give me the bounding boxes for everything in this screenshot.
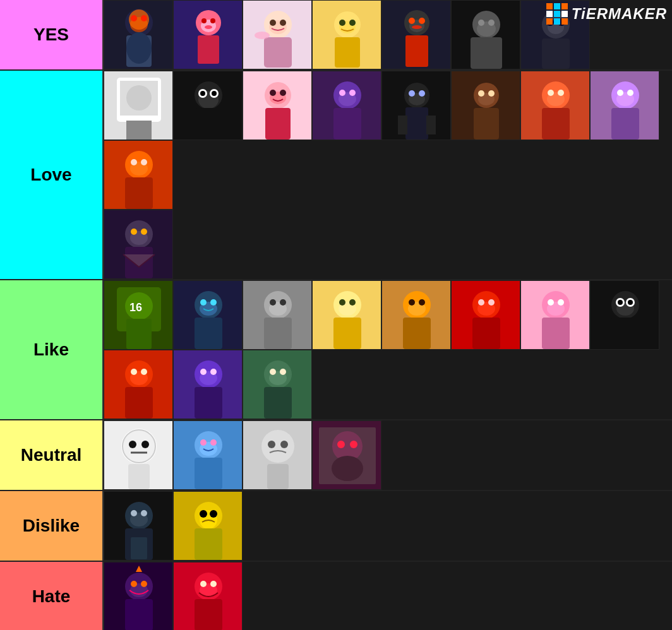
list-item[interactable]: [104, 562, 173, 630]
svg-point-150: [558, 299, 564, 306]
svg-text:16: 16: [129, 301, 142, 314]
list-item[interactable]: [104, 350, 173, 419]
list-item[interactable]: [520, 71, 590, 140]
svg-point-157: [618, 300, 623, 305]
svg-rect-38: [471, 37, 502, 69]
list-item[interactable]: [381, 280, 451, 350]
svg-rect-89: [542, 108, 570, 140]
svg-rect-63: [265, 108, 291, 140]
svg-rect-118: [195, 318, 222, 349]
svg-point-19: [270, 20, 276, 26]
tier-row-yes: YES TiERMAKER: [0, 0, 672, 71]
svg-rect-154: [611, 318, 639, 349]
list-item[interactable]: [173, 491, 243, 561]
svg-point-213: [210, 510, 217, 518]
list-item[interactable]: [381, 71, 451, 140]
list-item[interactable]: [451, 71, 520, 140]
list-item[interactable]: [312, 420, 381, 490]
tier-label-yes: YES: [0, 0, 102, 69]
logo-cell: [561, 3, 568, 9]
svg-point-12: [201, 18, 207, 23]
svg-point-138: [419, 299, 425, 306]
svg-point-27: [349, 20, 356, 26]
list-item[interactable]: [104, 0, 173, 69]
list-item[interactable]: [451, 0, 520, 69]
tier-content-like: 16: [102, 280, 672, 419]
svg-point-32: [409, 18, 415, 24]
list-item[interactable]: [104, 71, 173, 140]
svg-point-97: [627, 90, 633, 96]
tier-label-dislike: Dislike: [0, 491, 102, 561]
list-item[interactable]: [312, 280, 381, 350]
logo-cell: [554, 18, 560, 25]
svg-rect-69: [333, 108, 361, 140]
tier-row-hate: Hate: [0, 562, 672, 630]
list-item[interactable]: [173, 562, 243, 630]
list-item[interactable]: [173, 71, 243, 140]
list-item[interactable]: [243, 350, 312, 419]
list-item[interactable]: [104, 491, 173, 561]
logo-cell: [561, 18, 568, 25]
svg-rect-183: [128, 464, 150, 489]
svg-rect-101: [125, 177, 153, 209]
svg-point-50: [126, 85, 152, 110]
tier-content-dislike: [102, 491, 672, 561]
svg-point-109: [141, 229, 147, 235]
svg-rect-211: [195, 528, 222, 560]
svg-rect-25: [335, 37, 360, 68]
list-item[interactable]: [104, 140, 173, 210]
svg-rect-95: [611, 108, 639, 140]
list-item[interactable]: [520, 280, 590, 350]
logo-cell: [554, 11, 560, 17]
list-item[interactable]: [173, 350, 243, 419]
svg-point-219: [141, 581, 147, 587]
svg-rect-194: [267, 464, 289, 489]
list-item[interactable]: [104, 210, 173, 279]
svg-point-91: [558, 90, 564, 96]
svg-rect-136: [403, 318, 431, 349]
list-item[interactable]: [451, 280, 520, 350]
list-item[interactable]: [381, 0, 451, 69]
svg-point-225: [200, 581, 207, 587]
svg-point-108: [131, 229, 137, 235]
tier-label-neutral: Neutral: [0, 420, 102, 490]
list-item[interactable]: [104, 420, 173, 490]
svg-rect-130: [333, 318, 361, 349]
svg-point-143: [478, 299, 484, 306]
list-item[interactable]: [243, 71, 312, 140]
list-item[interactable]: [173, 0, 243, 69]
svg-rect-224: [195, 599, 222, 630]
svg-rect-18: [264, 37, 292, 68]
svg-point-40: [488, 20, 495, 26]
svg-rect-75: [405, 107, 428, 140]
svg-point-205: [131, 510, 137, 516]
svg-point-102: [131, 159, 137, 165]
svg-point-59: [212, 91, 217, 96]
logo-text: TiERMAKER: [572, 5, 667, 23]
svg-point-85: [488, 90, 495, 97]
list-item[interactable]: [312, 0, 381, 69]
list-item[interactable]: 16: [104, 280, 173, 350]
svg-point-149: [548, 299, 554, 306]
logo-cell: [546, 11, 553, 17]
list-item[interactable]: [312, 71, 381, 140]
svg-point-126: [280, 299, 286, 306]
list-item[interactable]: [173, 280, 243, 350]
svg-point-71: [349, 90, 356, 96]
list-item[interactable]: [590, 71, 659, 140]
svg-point-120: [210, 299, 217, 306]
list-item[interactable]: [243, 0, 312, 69]
list-item[interactable]: [590, 280, 659, 350]
list-item[interactable]: [243, 420, 312, 490]
svg-point-58: [200, 91, 205, 96]
tier-row-neutral: Neutral: [0, 420, 672, 491]
list-item[interactable]: [173, 420, 243, 490]
svg-rect-124: [264, 318, 292, 349]
svg-point-164: [141, 369, 147, 375]
svg-point-34: [412, 25, 422, 29]
svg-point-103: [141, 159, 147, 165]
svg-rect-162: [125, 387, 153, 419]
list-item[interactable]: [243, 280, 312, 350]
logo-grid: [546, 3, 568, 25]
svg-point-21: [255, 32, 270, 39]
